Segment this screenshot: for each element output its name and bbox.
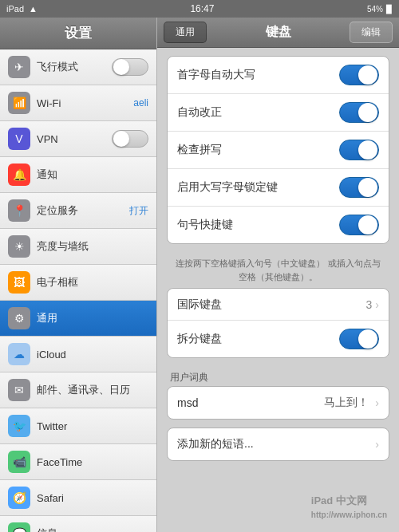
dict-item-chevron: › <box>375 396 379 409</box>
wifi-icon: 📶 <box>8 92 30 114</box>
spell-check-toggle[interactable] <box>339 140 379 160</box>
status-time: 16:47 <box>190 3 214 14</box>
user-dict-item[interactable]: msd 马上到！ › <box>168 387 389 419</box>
sidebar-item-twitter[interactable]: 🐦Twitter <box>0 408 156 444</box>
messages-icon: 💬 <box>8 522 30 532</box>
add-shortcut-chevron: › <box>375 438 379 451</box>
setting-period-shortcut: 句号快捷键 <box>168 207 389 243</box>
spell-check-label: 检查拼写 <box>177 143 339 157</box>
vpn-label: VPN <box>37 133 112 145</box>
setting-auto-correct: 自动改正 <box>168 94 389 132</box>
icloud-icon: ☁ <box>8 343 30 365</box>
intl-keyboard-label: 国际键盘 <box>177 298 366 312</box>
user-dict-group: msd 马上到！ › <box>167 386 389 420</box>
battery-icon: ▉ <box>386 5 393 14</box>
intl-keyboard-row[interactable]: 国际键盘 3 › <box>168 289 389 321</box>
frame-icon: 🖼 <box>8 271 30 294</box>
right-title: 键盘 <box>207 24 350 41</box>
intl-keyboard-chevron: › <box>375 298 379 311</box>
auto-capitalize-toggle[interactable] <box>339 65 379 85</box>
brightness-label: 亮度与墙纸 <box>37 239 148 254</box>
airplane-toggle[interactable] <box>112 58 148 76</box>
twitter-icon: 🐦 <box>8 415 30 437</box>
intl-keyboard-value: 3 <box>366 298 373 311</box>
right-panel: 通用 键盘 编辑 首字母自动大写 自动改正 检查拼写 <box>157 18 399 532</box>
tab-edit[interactable]: 编辑 <box>350 22 393 43</box>
keyboard-note: 连按两下空格键插入句号（中文键盘） 或插入句点与空格（其他键盘）。 <box>167 252 389 288</box>
facetime-label: FaceTime <box>37 456 148 468</box>
user-dict-title: 用户词典 <box>167 366 389 386</box>
dict-key: msd <box>177 396 324 409</box>
sidebar: 设置 ✈飞行模式📶Wi-FiaeliVVPN🔔通知📍定位服务打开☀亮度与墙纸🖼电… <box>0 18 157 532</box>
add-shortcut-row[interactable]: 添加新的短语... › <box>168 428 389 460</box>
auto-correct-toggle[interactable] <box>339 102 379 123</box>
sidebar-item-facetime[interactable]: 📹FaceTime <box>0 444 156 480</box>
airplane-label: 飞行模式 <box>37 60 112 74</box>
split-keyboard-row: 拆分键盘 <box>168 321 389 357</box>
setting-auto-capitalize: 首字母自动大写 <box>168 57 389 94</box>
notify-label: 通知 <box>37 167 148 182</box>
setting-caps-lock: 启用大写字母锁定键 <box>168 169 389 207</box>
sidebar-item-frame[interactable]: 🖼电子相框 <box>0 265 156 301</box>
safari-icon: 🧭 <box>8 487 30 509</box>
icloud-label: iCloud <box>37 349 148 361</box>
sidebar-item-general[interactable]: ⚙通用 <box>0 301 156 337</box>
sidebar-item-wifi[interactable]: 📶Wi-Fiaeli <box>0 85 156 121</box>
auto-correct-label: 自动改正 <box>177 105 339 120</box>
caps-lock-toggle[interactable] <box>339 177 379 198</box>
frame-label: 电子相框 <box>37 275 148 290</box>
wifi-icon: ▲ <box>29 4 38 14</box>
vpn-icon: V <box>8 128 30 150</box>
messages-label: 信息 <box>37 526 148 532</box>
wifi-value: aeli <box>133 97 148 108</box>
status-right: 54% ▉ <box>367 5 393 14</box>
location-icon: 📍 <box>8 199 30 222</box>
mail-label: 邮件、通讯录、日历 <box>37 383 148 397</box>
sidebar-item-mail[interactable]: ✉邮件、通讯录、日历 <box>0 372 156 408</box>
intl-keyboard-group: 国际键盘 3 › 拆分键盘 <box>167 288 389 358</box>
status-bar: iPad ▲ 16:47 54% ▉ <box>0 0 399 18</box>
twitter-label: Twitter <box>37 420 148 432</box>
split-keyboard-toggle[interactable] <box>339 329 379 349</box>
keyboard-settings-group: 首字母自动大写 自动改正 检查拼写 启用大写字母锁定键 句号快捷键 <box>167 56 389 244</box>
sidebar-item-vpn[interactable]: VVPN <box>0 121 156 157</box>
location-value: 打开 <box>129 204 148 218</box>
notify-icon: 🔔 <box>8 164 30 186</box>
location-label: 定位服务 <box>37 203 129 218</box>
sidebar-item-safari[interactable]: 🧭Safari <box>0 480 156 516</box>
caps-lock-label: 启用大写字母锁定键 <box>177 180 339 195</box>
period-shortcut-label: 句号快捷键 <box>177 218 339 232</box>
general-icon: ⚙ <box>8 307 30 329</box>
status-left: iPad ▲ <box>6 4 38 14</box>
battery-percent: 54% <box>367 5 383 14</box>
add-shortcut-group: 添加新的短语... › <box>167 428 389 461</box>
wifi-label: Wi-Fi <box>37 97 133 109</box>
vpn-toggle[interactable] <box>112 130 148 148</box>
carrier-label: iPad <box>6 4 24 14</box>
sidebar-item-airplane[interactable]: ✈飞行模式 <box>0 49 156 85</box>
setting-spell-check: 检查拼写 <box>168 132 389 169</box>
sidebar-item-notify[interactable]: 🔔通知 <box>0 157 156 193</box>
general-label: 通用 <box>37 311 148 325</box>
facetime-icon: 📹 <box>8 451 30 473</box>
sidebar-item-icloud[interactable]: ☁iCloud <box>0 337 156 372</box>
sidebar-items-container: ✈飞行模式📶Wi-FiaeliVVPN🔔通知📍定位服务打开☀亮度与墙纸🖼电子相框… <box>0 49 156 532</box>
auto-capitalize-label: 首字母自动大写 <box>177 68 339 82</box>
dict-value: 马上到！ <box>324 396 369 410</box>
right-content: 首字母自动大写 自动改正 检查拼写 启用大写字母锁定键 句号快捷键 <box>157 48 399 532</box>
brightness-icon: ☀ <box>8 235 30 258</box>
airplane-icon: ✈ <box>8 56 30 78</box>
split-keyboard-label: 拆分键盘 <box>177 332 339 346</box>
period-shortcut-toggle[interactable] <box>339 215 379 235</box>
right-header: 通用 键盘 编辑 <box>157 18 399 48</box>
tab-general[interactable]: 通用 <box>164 22 207 43</box>
add-shortcut-label: 添加新的短语... <box>177 437 375 451</box>
sidebar-item-location[interactable]: 📍定位服务打开 <box>0 193 156 229</box>
sidebar-header: 设置 <box>0 18 156 49</box>
safari-label: Safari <box>37 492 148 504</box>
sidebar-item-messages[interactable]: 💬信息 <box>0 516 156 532</box>
sidebar-item-brightness[interactable]: ☀亮度与墙纸 <box>0 229 156 265</box>
mail-icon: ✉ <box>8 379 30 401</box>
main-container: 设置 ✈飞行模式📶Wi-FiaeliVVPN🔔通知📍定位服务打开☀亮度与墙纸🖼电… <box>0 18 399 532</box>
